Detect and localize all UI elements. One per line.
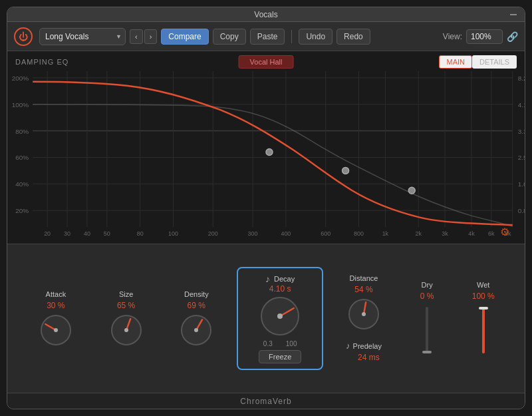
svg-point-64 <box>362 312 366 316</box>
redo-button[interactable]: Redo <box>336 29 370 45</box>
density-knob[interactable] <box>179 313 213 347</box>
svg-text:⚙: ⚙ <box>500 226 509 238</box>
undo-button[interactable]: Undo <box>299 29 332 45</box>
attack-group: Attack 30 % <box>21 290 91 347</box>
main-tab[interactable]: MAIN <box>439 55 472 69</box>
wet-slider-fill <box>482 307 485 353</box>
distance-knob[interactable] <box>346 297 381 331</box>
svg-text:1.6 s: 1.6 s <box>518 180 525 188</box>
eq-section: DAMPING EQ Vocal Hall MAIN DETAILS <box>7 51 525 244</box>
decay-group: ♪ Decay 4.10 s 0.3 100 Freeze <box>237 267 323 370</box>
freeze-max: 100 <box>286 340 297 347</box>
predelay-value: 24 ms <box>358 353 380 362</box>
svg-point-62 <box>277 313 283 319</box>
distance-group: Distance 54 % ♪ Predelay 24 ms <box>329 274 399 363</box>
svg-text:60%: 60% <box>15 154 29 161</box>
size-label: Size <box>119 290 133 298</box>
svg-text:100: 100 <box>168 230 178 237</box>
plugin-window: Vocals ⏻ Long Vocals ▼ ‹ › Compare Copy … <box>7 7 525 409</box>
size-group: Size 65 % <box>91 290 162 347</box>
compare-button[interactable]: Compare <box>161 29 208 45</box>
preset-dropdown-wrap: Long Vocals ▼ <box>39 28 126 45</box>
eq-header: DAMPING EQ Vocal Hall MAIN DETAILS <box>7 51 525 73</box>
eq-graph[interactable]: 200% 100% 80% 60% 40% 20% 8.2 s 4.1 s 3.… <box>7 51 525 244</box>
dry-group: Dry 0 % <box>399 281 456 357</box>
link-icon[interactable]: 🔗 <box>507 31 518 42</box>
minimize-button[interactable] <box>510 14 517 15</box>
view-tabs: MAIN DETAILS <box>439 55 517 69</box>
preset-dropdown[interactable]: Long Vocals <box>39 28 126 45</box>
svg-text:20%: 20% <box>15 207 29 214</box>
toolbar-right: View: 🔗 <box>443 29 518 44</box>
toolbar: ⏻ Long Vocals ▼ ‹ › Compare Copy Paste U… <box>7 22 525 51</box>
window-title: Vocals <box>254 10 277 19</box>
svg-text:20: 20 <box>44 230 51 237</box>
svg-text:1k: 1k <box>382 230 389 237</box>
decay-value: 4.10 s <box>269 284 291 294</box>
attack-label: Attack <box>46 290 66 298</box>
attack-value: 30 % <box>47 301 65 310</box>
freeze-min: 0.3 <box>263 340 273 347</box>
svg-point-60 <box>194 328 198 332</box>
size-value: 65 % <box>117 301 135 310</box>
svg-text:3.3 s: 3.3 s <box>518 128 525 135</box>
density-value: 69 % <box>188 301 205 310</box>
nav-forward-button[interactable]: › <box>144 29 158 44</box>
wet-slider[interactable] <box>482 304 485 357</box>
attack-knob[interactable] <box>39 313 73 347</box>
svg-text:3k: 3k <box>442 230 448 237</box>
wet-group: Wet 100 % <box>455 281 511 357</box>
dry-slider-thumb[interactable] <box>422 351 432 353</box>
dry-slider[interactable] <box>426 304 428 357</box>
svg-text:100%: 100% <box>12 101 29 108</box>
predelay-label: Predelay <box>353 342 382 350</box>
svg-text:40%: 40% <box>15 180 29 188</box>
toolbar-divider <box>291 30 292 43</box>
svg-point-58 <box>124 328 128 332</box>
wet-value: 100 % <box>472 292 495 301</box>
svg-text:50: 50 <box>104 230 110 237</box>
decay-knob[interactable] <box>257 294 303 339</box>
svg-text:4k: 4k <box>468 230 475 237</box>
svg-text:4.1 s: 4.1 s <box>518 101 525 108</box>
vocal-hall-badge[interactable]: Vocal Hall <box>239 55 294 69</box>
freeze-range: 0.3 100 <box>263 340 297 347</box>
details-tab[interactable]: DETAILS <box>472 55 517 69</box>
svg-text:0.8 s: 0.8 s <box>518 207 525 214</box>
nav-back-button[interactable]: ‹ <box>130 29 143 44</box>
density-group: Density 69 % <box>161 290 231 347</box>
dry-label: Dry <box>422 281 433 289</box>
eq-control-point-2[interactable] <box>342 167 349 174</box>
svg-text:2k: 2k <box>415 230 422 237</box>
eq-control-point-3[interactable] <box>408 187 415 194</box>
svg-text:2.5 s: 2.5 s <box>518 154 525 161</box>
freeze-button[interactable]: Freeze <box>259 350 301 363</box>
size-knob[interactable] <box>109 313 144 347</box>
svg-text:400: 400 <box>281 230 291 237</box>
svg-text:40: 40 <box>84 230 90 237</box>
paste-button[interactable]: Paste <box>250 29 285 45</box>
svg-text:80: 80 <box>137 230 144 237</box>
svg-text:30: 30 <box>64 230 70 237</box>
power-button[interactable]: ⏻ <box>14 27 33 46</box>
eq-control-point-1[interactable] <box>266 148 273 155</box>
svg-text:200: 200 <box>208 230 218 237</box>
decay-note-icon: ♪ <box>265 274 270 284</box>
copy-button[interactable]: Copy <box>213 29 246 45</box>
density-label: Density <box>184 290 209 298</box>
svg-text:80%: 80% <box>15 128 29 135</box>
wet-slider-thumb[interactable] <box>479 307 488 310</box>
distance-label: Distance <box>350 274 378 282</box>
svg-text:6k: 6k <box>488 230 495 237</box>
decay-header: ♪ Decay <box>249 274 311 284</box>
damping-label: DAMPING EQ <box>15 58 68 66</box>
decay-label: Decay <box>274 275 295 283</box>
title-bar: Vocals <box>7 7 525 22</box>
svg-text:200%: 200% <box>12 75 29 82</box>
svg-text:8.2 s: 8.2 s <box>518 75 525 82</box>
predelay-area: ♪ Predelay 24 ms <box>346 341 382 363</box>
toolbar-left: ⏻ Long Vocals ▼ ‹ › Compare Copy Paste U… <box>14 27 370 46</box>
view-input[interactable] <box>466 29 503 44</box>
nav-buttons: ‹ › <box>130 29 157 44</box>
wet-label: Wet <box>477 281 489 289</box>
